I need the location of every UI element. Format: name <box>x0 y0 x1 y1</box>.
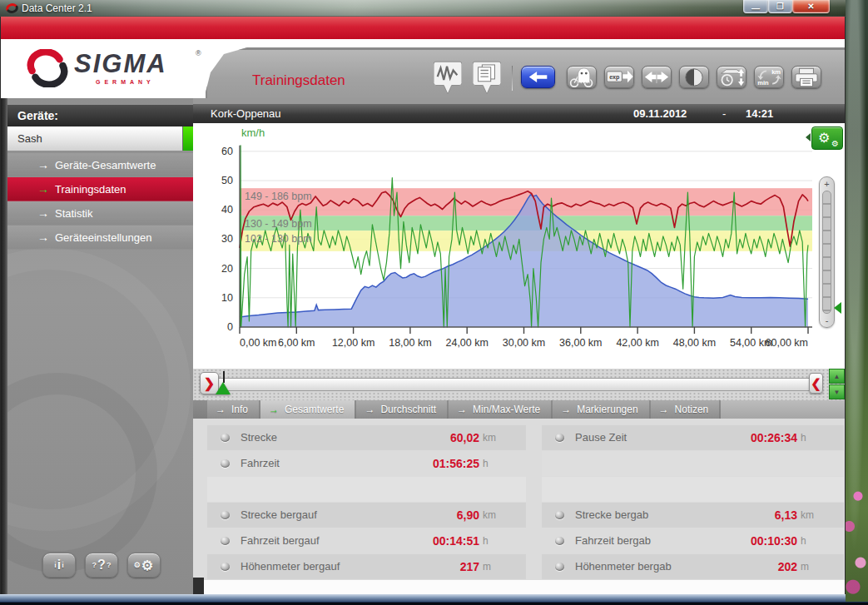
range-scroller: ❯ ❮ ▲ ▼ <box>193 369 845 400</box>
row-value: 00:14:51 <box>433 528 479 553</box>
row-value: 60,02 <box>450 425 479 450</box>
scroll-down-button[interactable]: ▼ <box>829 384 845 399</box>
unit-toggle-button[interactable]: kmmin <box>754 66 784 88</box>
tab-notizen[interactable]: →Notizen <box>651 400 720 419</box>
tab-info[interactable]: →Info <box>207 400 259 419</box>
settings-button[interactable]: ⚙⚙ <box>127 553 161 578</box>
table-row: Fahrzeit bergab00:10:30h <box>542 528 844 553</box>
bullet-icon <box>555 563 564 571</box>
sidebar-footer-buttons: iii???⚙⚙ <box>42 553 170 578</box>
app-icon <box>6 2 18 14</box>
sigma-logo: SIGMA ® GERMANY <box>19 44 202 94</box>
table-row: Fahrzeit bergauf00:14:51h <box>207 528 526 553</box>
range-track[interactable] <box>213 378 813 391</box>
device-selector[interactable]: Sash <box>7 126 193 151</box>
detail-tabs: →Info→Gesamtwerte→Durchschnitt→Min/Max-W… <box>193 400 845 419</box>
help-button[interactable]: ??? <box>85 553 118 578</box>
x-tick-label: 0,00 km <box>240 337 276 349</box>
zoom-slider-handle[interactable] <box>834 302 841 314</box>
sidebar: Geräte: Sash →Geräte-Gesamtwerte→Trainin… <box>7 98 193 594</box>
table-spacer-row <box>542 477 844 502</box>
page-title: Trainingsdaten <box>252 72 345 89</box>
sidebar-item-ger-teeinstellungen[interactable]: →Geräteeinstellungen <box>7 226 193 250</box>
panel-footer <box>204 580 845 594</box>
y-tick-label: 0 <box>227 321 233 333</box>
time-scale-button[interactable] <box>717 66 746 88</box>
sigma-swoosh-icon <box>26 49 69 87</box>
tab-min-max-werte[interactable]: →Min/Max-Werte <box>449 400 551 419</box>
close-button[interactable]: ✕ <box>792 0 830 13</box>
export-button[interactable]: exp <box>604 66 634 88</box>
sidebar-item-label: Geräteeinstellungen <box>55 231 151 244</box>
bullet-icon <box>555 511 564 519</box>
ghost-ride-button[interactable] <box>567 66 597 88</box>
tab-durchschnitt[interactable]: →Durchschnitt <box>356 400 447 419</box>
taskbar-edge <box>0 602 868 605</box>
x-tick-label: 36,00 km <box>559 337 602 349</box>
row-value: 6,13 <box>775 503 797 528</box>
row-unit: m <box>801 554 834 579</box>
sidebar-item-label: Statistik <box>55 207 93 220</box>
y-tick-label: 10 <box>221 292 233 304</box>
zones-button[interactable] <box>679 66 709 88</box>
summary-column-left: Strecke60,02kmFahrzeit01:56:25hStrecke b… <box>207 425 526 580</box>
x-tick-label: 42,00 km <box>616 337 658 349</box>
arrow-icon: → <box>37 201 49 226</box>
lap-notes-view-button[interactable] <box>471 59 503 97</box>
chart-settings-collapse-icon[interactable] <box>806 133 811 141</box>
zoom-slider-track[interactable] <box>822 191 831 314</box>
range-handle-right[interactable]: ❮ <box>809 373 823 394</box>
minimize-icon: — <box>751 5 760 13</box>
left-frame <box>1 98 7 594</box>
range-buttons: ▲ ▼ <box>829 369 845 400</box>
arrow-icon: → <box>659 404 669 415</box>
summary-column-right: Pause Zeit00:26:34hStrecke bergab6,13kmF… <box>542 425 844 580</box>
print-button[interactable] <box>791 66 821 88</box>
table-row: Fahrzeit01:56:25h <box>207 451 526 476</box>
zoom-out-button[interactable]: - <box>820 315 834 326</box>
row-unit: h <box>483 528 516 553</box>
sidebar-item-ger-te-gesamtwerte[interactable]: →Geräte-Gesamtwerte <box>7 153 193 177</box>
row-unit: km <box>801 503 834 528</box>
chart-view-button[interactable] <box>432 59 464 97</box>
chart-settings-button[interactable]: ⚙ ⚙ <box>811 126 843 150</box>
sidebar-item-label: Trainingsdaten <box>55 183 126 196</box>
table-row: Höhenmeter bergab202m <box>542 554 844 579</box>
minimize-button[interactable]: — <box>743 0 768 13</box>
sidebar-item-trainingsdaten[interactable]: →Trainingsdaten <box>7 177 193 201</box>
close-icon: ✕ <box>807 2 814 11</box>
zoom-in-button[interactable]: + <box>820 178 834 190</box>
gear-small-icon: ⚙ <box>134 561 141 569</box>
y-tick-label: 30 <box>221 233 233 245</box>
tab-label: Gesamtwerte <box>285 404 344 415</box>
min-km-icon: kmmin <box>756 67 783 87</box>
app-body: Geräte: Sash →Geräte-Gesamtwerte→Trainin… <box>1 98 845 594</box>
arrow-icon: → <box>37 226 49 250</box>
row-value: 6,90 <box>457 503 479 528</box>
row-value: 01:56:25 <box>433 451 479 476</box>
compare-button[interactable] <box>642 66 672 88</box>
x-tick-label: 12,00 km <box>332 337 374 349</box>
ghost-bike-icon <box>568 67 595 87</box>
info-button[interactable]: iii <box>42 553 76 578</box>
tab-markierungen[interactable]: →Markierungen <box>553 400 648 419</box>
window-title: Data Center 2.1 <box>22 2 92 14</box>
svg-text:km: km <box>771 68 781 76</box>
window-titlebar[interactable]: Data Center 2.1 — ❒ ✕ <box>0 0 846 17</box>
back-arrow-icon <box>528 71 548 83</box>
gear-icon: ⚙ <box>141 558 153 573</box>
scroll-up-button[interactable]: ▲ <box>829 369 845 384</box>
y-tick-label: 50 <box>221 175 233 186</box>
toolbar-separator <box>512 66 513 91</box>
maximize-button[interactable]: ❒ <box>768 0 792 13</box>
arrow-icon: → <box>457 404 467 415</box>
track-name: Kork-Oppenau <box>211 104 281 123</box>
row-label: Pause Zeit <box>575 425 627 450</box>
range-position-marker[interactable] <box>216 382 231 394</box>
back-button[interactable] <box>521 66 555 88</box>
chart-panel: 149 - 186 bpm130 - 149 bpm102 - 130 bpm0… <box>193 123 845 369</box>
tab-gesamtwerte[interactable]: →Gesamtwerte <box>260 400 355 419</box>
sidebar-item-statistik[interactable]: →Statistik <box>7 201 193 226</box>
half-circle-icon <box>684 67 704 87</box>
brand-country: GERMANY <box>96 79 155 85</box>
